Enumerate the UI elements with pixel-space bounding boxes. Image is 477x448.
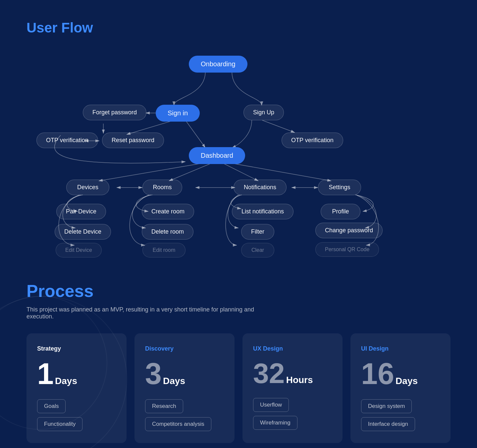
ux-metric: 32 Hours bbox=[253, 359, 332, 387]
node-settings: Settings bbox=[318, 180, 361, 195]
node-otp-left: OTP verification bbox=[36, 133, 98, 148]
strategy-category: Strategy bbox=[37, 345, 116, 352]
process-description: This project was planned as an MVP, resu… bbox=[26, 306, 258, 320]
node-signin: Sign in bbox=[156, 105, 200, 122]
strategy-unit: Days bbox=[55, 376, 77, 386]
node-delete-room: Delete room bbox=[142, 224, 193, 240]
node-filter: Filter bbox=[241, 224, 274, 240]
node-forget-password: Forget password bbox=[83, 105, 146, 120]
node-delete-device: Delete Device bbox=[55, 224, 111, 240]
node-personal-qr: Personal QR Code bbox=[315, 242, 379, 257]
discovery-unit: Days bbox=[163, 376, 185, 386]
tag-research: Research bbox=[145, 399, 183, 413]
node-rooms: Rooms bbox=[142, 180, 182, 195]
node-clear: Clear bbox=[241, 243, 274, 257]
ux-number: 32 bbox=[253, 359, 285, 387]
ui-card: UI Design 16 Days Design system Interfac… bbox=[350, 333, 450, 443]
ui-category: UI Design bbox=[361, 345, 440, 352]
tag-wireframing: Wireframing bbox=[253, 416, 297, 430]
ui-tags: Design system Interface design bbox=[361, 399, 440, 431]
node-dashboard: Dashboard bbox=[189, 147, 245, 164]
node-otp-right: OTP verification bbox=[282, 133, 343, 148]
strategy-metric: 1 Days bbox=[37, 359, 116, 389]
node-change-password: Change password bbox=[315, 223, 383, 238]
strategy-tags: Goals Functionality bbox=[37, 399, 116, 431]
user-flow-section: User Flow bbox=[0, 0, 477, 268]
discovery-number: 3 bbox=[145, 359, 162, 389]
process-cards: Strategy 1 Days Goals Functionality Disc… bbox=[26, 333, 450, 443]
ux-card: UX Design 32 Hours Userflow Wireframing bbox=[242, 333, 343, 443]
tag-design-system: Design system bbox=[361, 399, 412, 413]
flow-container: Onboarding Sign in Sign Up Forget passwo… bbox=[26, 49, 450, 254]
discovery-tags: Research Competitors analysis bbox=[145, 399, 224, 431]
node-edit-room: Edit room bbox=[142, 243, 186, 257]
ui-number: 16 bbox=[361, 359, 394, 389]
node-signup: Sign Up bbox=[243, 105, 284, 120]
node-edit-device: Edit Device bbox=[56, 243, 102, 257]
tag-userflow: Userflow bbox=[253, 398, 289, 412]
user-flow-title: User Flow bbox=[26, 20, 450, 36]
ux-tags: Userflow Wireframing bbox=[253, 398, 332, 430]
strategy-number: 1 bbox=[37, 359, 54, 389]
discovery-metric: 3 Days bbox=[145, 359, 224, 389]
node-reset-password: Reset password bbox=[102, 133, 164, 148]
process-title: Process bbox=[26, 281, 450, 301]
ux-category: UX Design bbox=[253, 345, 332, 352]
tag-competitors: Competitors analysis bbox=[145, 417, 211, 431]
node-devices: Devices bbox=[66, 180, 109, 195]
process-section: Process This project was planned as an M… bbox=[0, 268, 477, 448]
node-profile: Profile bbox=[321, 204, 360, 219]
tag-goals: Goals bbox=[37, 399, 66, 413]
tag-interface-design: Interface design bbox=[361, 417, 415, 431]
node-notifications: Notifications bbox=[234, 180, 287, 195]
tag-functionality: Functionality bbox=[37, 417, 82, 431]
node-create-room: Create room bbox=[142, 204, 194, 219]
ux-unit: Hours bbox=[286, 375, 313, 385]
strategy-card: Strategy 1 Days Goals Functionality bbox=[26, 333, 127, 443]
node-onboarding: Onboarding bbox=[189, 56, 247, 73]
ui-unit: Days bbox=[396, 376, 418, 386]
discovery-card: Discovery 3 Days Research Competitors an… bbox=[134, 333, 235, 443]
ui-metric: 16 Days bbox=[361, 359, 440, 389]
node-pair-device: Pair Device bbox=[56, 204, 106, 219]
discovery-category: Discovery bbox=[145, 345, 224, 352]
node-list-notifications: List notifications bbox=[232, 204, 293, 219]
